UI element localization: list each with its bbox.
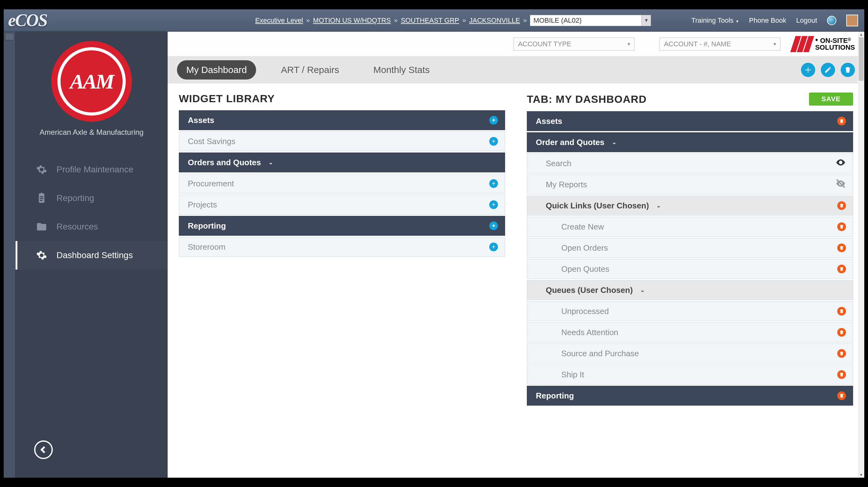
sidebar-item-dashboard-settings[interactable]: Dashboard Settings xyxy=(16,241,168,270)
logout-link[interactable]: Logout xyxy=(796,17,817,25)
visibility-toggle[interactable] xyxy=(835,178,846,191)
row-label: Open Quotes xyxy=(561,264,610,274)
visibility-toggle[interactable] xyxy=(835,157,846,170)
vertical-scrollbar[interactable]: ▲ ▼ xyxy=(858,32,864,478)
tab-monthly-stats[interactable]: Monthly Stats xyxy=(364,60,439,80)
tab-panel-row[interactable]: Open Quotes xyxy=(527,259,853,279)
sidebar-item-profile-maintenance[interactable]: Profile Maintenance xyxy=(16,155,168,184)
row-label: Search xyxy=(546,159,571,168)
tab-panel-row[interactable]: Reporting xyxy=(527,386,853,406)
chevron-down-icon: ⌄ xyxy=(656,202,661,209)
tab-panel-row[interactable]: Order and Quotes⌄ xyxy=(527,132,853,152)
tab-panel-row[interactable]: Ship It xyxy=(527,365,853,385)
save-button[interactable]: SAVE xyxy=(809,93,853,105)
tab-panel-row[interactable]: Unprocessed xyxy=(527,301,853,321)
row-label: Create New xyxy=(561,222,604,232)
select-placeholder: ACCOUNT - #, NAME xyxy=(664,40,731,48)
tab-art-repairs[interactable]: ART / Repairs xyxy=(272,60,348,80)
row-label: Quick Links (User Chosen) xyxy=(546,201,649,211)
add-widget-button[interactable]: + xyxy=(489,116,498,125)
sidebar-item-resources[interactable]: Resources xyxy=(16,212,168,241)
row-label: Queues (User Chosen) xyxy=(546,285,633,295)
delete-button[interactable] xyxy=(837,349,846,358)
dropdown-arrow-icon: ▼ xyxy=(641,15,651,26)
company-logo: AAM American Axle & Manufacturing xyxy=(40,41,144,136)
sidebar-item-label: Reporting xyxy=(57,193,94,203)
top-right-links: Training Tools ▼ Phone Book Logout xyxy=(691,9,858,32)
row-label: Ship It xyxy=(561,370,584,379)
training-tools-link[interactable]: Training Tools ▼ xyxy=(691,17,739,25)
scroll-down-icon[interactable]: ▼ xyxy=(858,472,864,478)
widget-library-row[interactable]: Reporting+ xyxy=(179,216,505,236)
gear-icon xyxy=(36,164,47,175)
tab-panel-row[interactable]: Search xyxy=(527,153,853,173)
add-widget-button[interactable]: + xyxy=(489,243,498,251)
delete-button[interactable] xyxy=(837,201,846,210)
tab-panel-row[interactable]: My Reports xyxy=(527,175,853,194)
tab-panel-row[interactable]: Assets xyxy=(527,111,853,131)
globe-icon[interactable] xyxy=(827,16,836,25)
widget-library-row[interactable]: Assets+ xyxy=(179,110,505,130)
widget-library-row[interactable]: Orders and Quotes⌄ xyxy=(179,152,505,172)
breadcrumb: Executive Level» MOTION US W/HDQTRS» SOU… xyxy=(255,9,651,32)
row-label: Projects xyxy=(188,200,217,210)
main-area: ACCOUNT TYPE ▼ ACCOUNT - #, NAME ▼ ● ON-… xyxy=(168,32,864,478)
tab-panel-row[interactable]: Quick Links (User Chosen)⌄ xyxy=(527,196,853,216)
sidebar-item-reporting[interactable]: Reporting xyxy=(16,184,168,212)
trash-icon xyxy=(844,66,851,73)
chevron-down-icon: ⌄ xyxy=(612,139,617,146)
tab-panel-row[interactable]: Source and Purchase xyxy=(527,343,853,363)
account-bar: ACCOUNT TYPE ▼ ACCOUNT - #, NAME ▼ ● ON-… xyxy=(168,32,864,57)
chevron-down-icon: ⌄ xyxy=(640,287,645,294)
account-type-select[interactable]: ACCOUNT TYPE ▼ xyxy=(514,38,634,51)
row-label: Needs Attention xyxy=(561,328,618,337)
delete-button[interactable] xyxy=(837,265,846,273)
sidebar-item-label: Dashboard Settings xyxy=(57,250,133,260)
stripes-icon xyxy=(790,36,814,52)
row-label: Storeroom xyxy=(188,242,225,252)
widget-library-row[interactable]: Projects+ xyxy=(179,195,505,215)
add-widget-button[interactable]: + xyxy=(489,137,498,146)
breadcrumb-link[interactable]: Executive Level xyxy=(255,17,303,25)
scroll-up-icon[interactable]: ▲ xyxy=(858,32,864,37)
top-nav: eCOS Executive Level» MOTION US W/HDQTRS… xyxy=(4,9,864,32)
phone-book-link[interactable]: Phone Book xyxy=(749,17,786,25)
widget-library-row[interactable]: Procurement+ xyxy=(179,174,505,193)
add-tab-button[interactable] xyxy=(801,63,815,77)
widget-library-row[interactable]: Storeroom+ xyxy=(179,237,505,257)
tab-my-dashboard[interactable]: My Dashboard xyxy=(177,60,256,80)
add-widget-button[interactable]: + xyxy=(489,179,498,188)
sidebar-collapse-button[interactable] xyxy=(34,440,53,459)
sidebar-handle[interactable] xyxy=(4,32,16,478)
edit-tab-button[interactable] xyxy=(821,63,835,77)
add-widget-button[interactable]: + xyxy=(489,200,498,209)
breadcrumb-link[interactable]: MOTION US W/HDQTRS xyxy=(313,17,391,25)
row-label: Assets xyxy=(536,117,562,126)
delete-button[interactable] xyxy=(837,391,846,400)
delete-button[interactable] xyxy=(837,328,846,337)
gear-icon xyxy=(36,250,47,261)
widget-library-row[interactable]: Cost Savings+ xyxy=(179,131,505,151)
delete-button[interactable] xyxy=(837,222,846,231)
user-avatar[interactable] xyxy=(846,14,858,26)
delete-button[interactable] xyxy=(837,117,846,125)
sidebar: AAM American Axle & Manufacturing Profil… xyxy=(16,32,168,478)
chevron-down-icon: ⌄ xyxy=(269,159,273,166)
delete-tab-button[interactable] xyxy=(841,63,855,77)
breadcrumb-link[interactable]: JACKSONVILLE xyxy=(469,17,520,25)
scrollbar-thumb[interactable] xyxy=(859,37,864,81)
row-label: Source and Purchase xyxy=(561,349,639,358)
tab-panel-row[interactable]: Open Orders xyxy=(527,238,853,258)
add-widget-button[interactable]: + xyxy=(489,221,498,230)
delete-button[interactable] xyxy=(837,243,846,252)
location-select[interactable]: MOBILE (AL02) ▼ xyxy=(530,15,651,26)
sidebar-nav: Profile Maintenance Reporting Resources … xyxy=(16,155,168,270)
tab-panel-row[interactable]: Needs Attention xyxy=(527,323,853,342)
tab-panel-row[interactable]: Queues (User Chosen)⌄ xyxy=(527,280,853,300)
row-label: Order and Quotes xyxy=(536,138,604,147)
account-select[interactable]: ACCOUNT - #, NAME ▼ xyxy=(659,38,780,51)
tab-panel-row[interactable]: Create New xyxy=(527,217,853,237)
breadcrumb-link[interactable]: SOUTHEAST GRP xyxy=(401,17,459,25)
delete-button[interactable] xyxy=(837,307,846,315)
delete-button[interactable] xyxy=(837,370,846,379)
